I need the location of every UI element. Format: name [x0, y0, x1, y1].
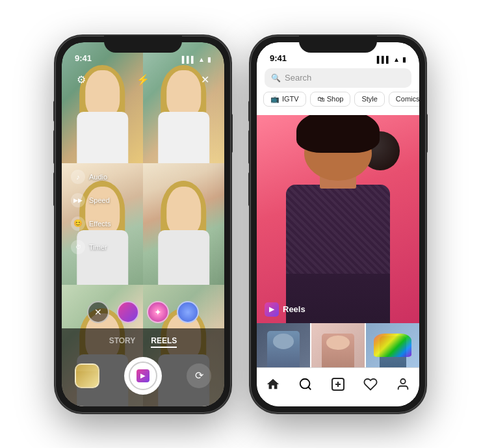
camera-bottom-controls: STORY REELS ▶ ⟳	[62, 328, 224, 406]
camera-avatar[interactable]	[75, 363, 99, 388]
camera-mode-bar: STORY REELS	[109, 336, 177, 348]
category-row: 📺 IGTV 🛍 Shop Style Comics	[257, 92, 419, 112]
filter-reels[interactable]	[117, 301, 139, 323]
igtv-label: IGTV	[282, 95, 299, 103]
category-comics[interactable]: Comics	[389, 92, 419, 107]
timer-icon: ⏱	[71, 240, 85, 254]
phone-2: 9:41 ▌▌▌ ▲ ▮ 🔍 Search 📺	[250, 36, 426, 413]
heart-icon	[363, 377, 378, 391]
wifi-icon: ▲	[198, 56, 205, 63]
status-icons-2: ▌▌▌ ▲ ▮	[377, 56, 406, 63]
style-label: Style	[361, 95, 377, 103]
filter-sparkle[interactable]: ✦	[147, 301, 169, 323]
signal-icon: ▌▌▌	[182, 56, 196, 63]
search-bar[interactable]: 🔍 Search	[265, 68, 411, 88]
speed-label: Speed	[89, 196, 110, 204]
nav-plus[interactable]	[325, 371, 351, 397]
effects-label: Effects	[89, 220, 110, 228]
notch-1	[104, 36, 182, 53]
camera-top-controls: ⚙ ⚡ ✕	[62, 71, 224, 89]
notch-2	[299, 36, 377, 53]
home-icon	[266, 377, 280, 391]
speed-icon: ▶▶	[71, 193, 85, 207]
camera-filters: ✕ ✦	[62, 301, 224, 328]
thumb-3[interactable]	[366, 323, 419, 367]
filter-close[interactable]: ✕	[87, 301, 109, 323]
search-placeholder-text: Search	[285, 73, 311, 83]
audio-label: Audio	[89, 173, 107, 181]
plus-icon	[330, 376, 346, 392]
shop-icon: 🛍	[317, 95, 324, 103]
svg-point-5	[400, 379, 405, 384]
audio-menu-item[interactable]: ♪ Audio	[71, 170, 110, 184]
thumb-1[interactable]	[257, 323, 310, 367]
svg-point-0	[300, 379, 310, 389]
flip-camera-button[interactable]: ⟳	[187, 363, 211, 388]
search-nav-icon	[298, 377, 313, 391]
battery-icon: ▮	[207, 56, 211, 63]
grid-cell-4	[143, 163, 224, 285]
filter-blue[interactable]	[177, 301, 199, 323]
search-icon: 🔍	[271, 73, 281, 83]
shop-label: Shop	[327, 95, 344, 103]
thumb-2[interactable]	[311, 323, 365, 367]
timer-menu-item[interactable]: ⏱ Timer	[71, 240, 110, 254]
camera-screen: 9:41 ▌▌▌ ▲ ▮ ⚙ ⚡ ✕ ♪	[62, 42, 224, 406]
story-mode[interactable]: STORY	[109, 336, 136, 348]
explore-content: ▶ Reels	[257, 115, 419, 367]
reels-shutter-icon: ▶	[136, 369, 150, 382]
profile-icon	[396, 377, 410, 391]
shutter-button[interactable]: ▶	[124, 357, 162, 395]
nav-heart[interactable]	[358, 371, 384, 397]
svg-line-1	[308, 387, 311, 389]
effects-menu-item[interactable]: 😊 Effects	[71, 217, 110, 231]
close-icon[interactable]: ✕	[196, 71, 214, 89]
hero-reel-image[interactable]: ▶ Reels	[257, 115, 419, 323]
shutter-inner: ▶	[129, 362, 157, 390]
phone-1-inner: 9:41 ▌▌▌ ▲ ▮ ⚙ ⚡ ✕ ♪	[62, 42, 224, 406]
settings-icon[interactable]: ⚙	[72, 71, 90, 89]
reels-text: Reels	[283, 304, 306, 314]
bottom-navigation	[257, 367, 419, 406]
reels-mode[interactable]: REELS	[151, 336, 177, 348]
camera-controls-row: ▶ ⟳	[62, 357, 224, 395]
timer-label: Timer	[89, 243, 107, 251]
status-time-2: 9:41	[270, 53, 287, 63]
thumbnail-grid	[257, 323, 419, 367]
status-time-1: 9:41	[75, 53, 92, 63]
signal-icon-2: ▌▌▌	[377, 56, 391, 63]
speed-menu-item[interactable]: ▶▶ Speed	[71, 193, 110, 207]
igtv-icon: 📺	[270, 95, 280, 103]
category-igtv[interactable]: 📺 IGTV	[263, 92, 306, 107]
wifi-icon-2: ▲	[393, 56, 400, 63]
nav-search[interactable]	[292, 371, 318, 397]
flash-icon[interactable]: ⚡	[134, 71, 152, 89]
reels-badge-icon: ▶	[265, 302, 279, 317]
comics-label: Comics	[396, 95, 419, 103]
camera-side-menu: ♪ Audio ▶▶ Speed 😊 Effects ⏱ Timer	[71, 170, 110, 254]
battery-icon-2: ▮	[402, 56, 406, 63]
effects-icon: 😊	[71, 217, 85, 231]
phone-1: 9:41 ▌▌▌ ▲ ▮ ⚙ ⚡ ✕ ♪	[55, 36, 231, 413]
explore-screen: 9:41 ▌▌▌ ▲ ▮ 🔍 Search 📺	[257, 42, 419, 406]
category-shop[interactable]: 🛍 Shop	[310, 92, 351, 107]
scene: 9:41 ▌▌▌ ▲ ▮ ⚙ ⚡ ✕ ♪	[0, 0, 481, 448]
reels-label: ▶ Reels	[265, 302, 306, 317]
nav-profile[interactable]	[390, 371, 416, 397]
nav-home[interactable]	[260, 371, 286, 397]
status-icons-1: ▌▌▌ ▲ ▮	[182, 56, 211, 63]
category-style[interactable]: Style	[354, 92, 384, 107]
audio-icon: ♪	[71, 170, 85, 184]
phone-2-inner: 9:41 ▌▌▌ ▲ ▮ 🔍 Search 📺	[257, 42, 419, 406]
